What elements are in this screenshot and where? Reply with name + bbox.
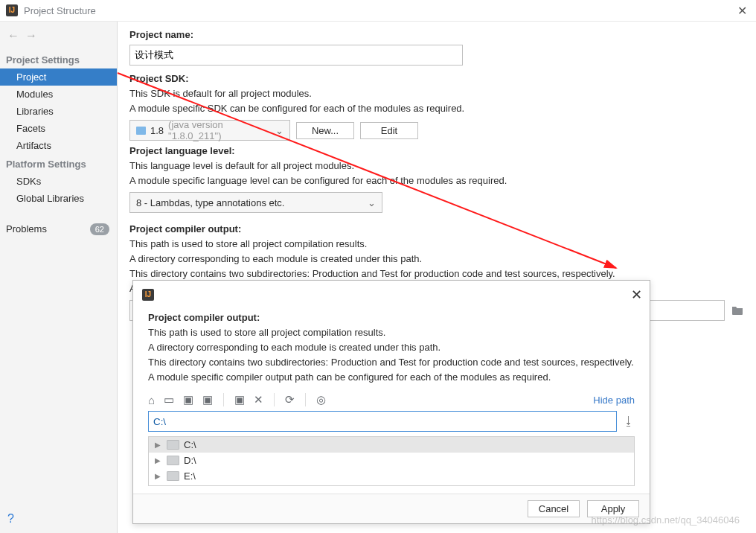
lang-desc-2: A module specific language level can be … [129,174,744,188]
project-sdk-label: Project SDK: [129,73,744,84]
module-root-icon[interactable]: ▣ [202,393,213,406]
sidebar-item-modules[interactable]: Modules [0,86,117,103]
chevron-down-icon: ⌄ [368,197,376,208]
app-icon: IJ [142,289,154,301]
new-folder-icon[interactable]: ▣ [234,393,245,406]
popup-title: Project compiler output: [148,312,635,323]
sidebar-item-artifacts[interactable]: Artifacts [0,137,117,154]
sidebar-item-libraries[interactable]: Libraries [0,103,117,120]
chevron-right-icon: ▶ [155,472,162,480]
tree-row-e[interactable]: ▶ E:\ [149,468,634,484]
sidebar-item-project[interactable]: Project [0,68,117,86]
file-chooser-popup: IJ ✕ Project compiler output: This path … [132,280,650,524]
new-sdk-button[interactable]: New... [296,122,354,139]
home-icon[interactable]: ⌂ [148,394,155,406]
drive-tree[interactable]: ▶ C:\ ▶ D:\ ▶ E:\ [148,436,635,486]
out-desc-3: This directory contains two subdirectori… [129,267,744,281]
window-title: Project Structure [24,5,96,16]
lang-desc-1: This language level is default for all p… [129,159,744,173]
hide-path-link[interactable]: Hide path [593,395,635,406]
sidebar-item-global-libraries[interactable]: Global Libraries [0,190,117,207]
project-name-label: Project name: [129,29,744,40]
project-root-icon[interactable]: ▣ [183,393,193,406]
help-icon[interactable]: ? [0,505,117,533]
watermark: https://blog.csdn.net/qq_34046046 [592,514,740,526]
sdk-desc-1: This SDK is default for all project modu… [129,87,744,100]
edit-sdk-button[interactable]: Edit [360,122,418,139]
problems-badge: 62 [90,223,109,235]
desktop-icon[interactable]: ▭ [164,393,174,406]
folder-icon [136,127,146,135]
file-chooser-toolbar: ⌂ ▭ ▣ ▣ ▣ ✕ ⟳ ◎ Hide path [133,390,650,411]
sdk-desc-2: A module specific SDK can be configured … [129,102,744,115]
chevron-right-icon: ▶ [155,441,162,449]
sidebar-header-platform-settings: Platform Settings [0,154,117,173]
show-hidden-icon[interactable]: ◎ [316,393,326,406]
project-name-input[interactable] [129,45,463,66]
language-level-combo[interactable]: 8 - Lambdas, type annotations etc. ⌄ [129,192,382,213]
window-close-button[interactable]: ✕ [734,4,750,18]
drive-icon [167,440,179,450]
delete-icon[interactable]: ✕ [254,393,263,406]
path-input[interactable] [148,411,617,432]
sidebar-item-facets[interactable]: Facets [0,120,117,137]
chevron-down-icon: ⌄ [275,125,284,136]
sidebar: ← → Project Settings Project Modules Lib… [0,22,118,533]
lang-level-label: Project language level: [129,145,744,156]
popup-close-button[interactable]: ✕ [631,287,642,303]
tree-row-c[interactable]: ▶ C:\ [149,437,634,453]
project-sdk-combo[interactable]: 1.8 (java version "1.8.0_211") ⌄ [129,120,290,141]
refresh-icon[interactable]: ⟳ [285,393,295,406]
history-icon[interactable]: ⭳ [623,415,635,428]
drive-icon [167,471,179,481]
drive-icon [167,456,179,465]
tree-row-d[interactable]: ▶ D:\ [149,453,634,468]
sidebar-item-sdks[interactable]: SDKs [0,173,117,190]
browse-folder-button[interactable] [731,304,744,317]
nav-back-icon[interactable]: ← [7,29,19,42]
titlebar: IJ Project Structure ✕ [0,0,756,22]
folder-icon [731,305,743,316]
nav-forward-icon[interactable]: → [25,29,37,42]
compiler-output-label: Project compiler output: [129,223,744,234]
out-desc-1: This path is used to store all project c… [129,237,744,251]
app-icon: IJ [6,4,18,16]
cancel-button[interactable]: Cancel [528,500,580,517]
sidebar-item-problems[interactable]: Problems 62 [0,220,117,238]
out-desc-2: A directory corresponding to each module… [129,252,744,266]
sidebar-header-project-settings: Project Settings [0,50,117,68]
chevron-right-icon: ▶ [155,456,162,465]
